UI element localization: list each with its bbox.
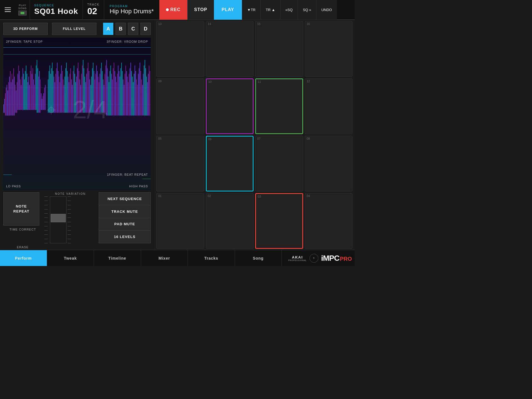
play-song-section: PLAYSONG [16, 0, 30, 20]
svg-rect-46 [40, 79, 40, 112]
svg-rect-64 [57, 63, 58, 113]
svg-rect-37 [32, 68, 33, 110]
tr-down-button[interactable]: ▼TR [242, 0, 260, 20]
pad-04-number: 04 [307, 195, 351, 198]
pad-08[interactable]: 08 [305, 136, 353, 191]
akai-logo: AKAI PROFESSIONAL [288, 255, 306, 261]
full-level-button[interactable]: FULL LEVEL [52, 23, 96, 35]
nav-tracks[interactable]: Tracks [188, 250, 235, 266]
pad-07[interactable]: 07 [255, 136, 303, 191]
pad-02[interactable]: 02 [206, 193, 254, 249]
svg-rect-147 [126, 71, 127, 116]
pad-09[interactable]: 09 [156, 78, 204, 134]
svg-rect-15 [14, 76, 15, 116]
waveform-svg: ⌖ 2/4 [3, 49, 151, 127]
pad-11[interactable]: 11 [255, 78, 303, 134]
svg-rect-158 [135, 71, 136, 116]
svg-rect-47 [41, 93, 42, 110]
pad-05-number: 05 [158, 137, 202, 140]
pad-06[interactable]: 06 [206, 136, 254, 191]
retronyms-label: ® [313, 257, 314, 259]
svg-rect-7 [7, 91, 8, 116]
svg-rect-31 [27, 82, 28, 110]
pro-text: PRO [340, 256, 352, 262]
undo-button[interactable]: UNDO [316, 0, 337, 20]
tick [44, 230, 48, 231]
svg-rect-36 [32, 74, 32, 110]
svg-rect-130 [112, 79, 112, 115]
pad-13-number: 13 [158, 22, 202, 25]
top-controls-row: 3D PERFORM FULL LEVEL A B C D [0, 20, 154, 38]
pad-07-number: 07 [257, 137, 301, 140]
pad-10[interactable]: 10 [206, 78, 254, 134]
svg-rect-4 [5, 93, 6, 116]
rec-label: REC [170, 7, 181, 12]
rec-dot [166, 8, 169, 11]
hamburger-line [5, 11, 11, 12]
svg-rect-155 [133, 82, 134, 115]
transport-buttons: REC STOP PLAY [159, 0, 242, 20]
svg-rect-20 [18, 65, 19, 110]
svg-rect-65 [58, 71, 58, 113]
svg-rect-25 [22, 68, 23, 110]
pad-03-number: 03 [258, 195, 301, 198]
nav-timeline[interactable]: Timeline [94, 250, 141, 266]
tick [44, 196, 48, 197]
pad-group-b-button[interactable]: B [116, 23, 126, 35]
sq-down-button[interactable]: «SQ [280, 0, 298, 20]
play-song-button[interactable] [18, 11, 27, 16]
pad-15[interactable]: 15 [255, 21, 303, 77]
svg-rect-125 [108, 76, 108, 116]
pad-03[interactable]: 03 [255, 193, 303, 249]
svg-rect-76 [67, 71, 68, 113]
wf-label-beat-repeat: 1FINGER: BEAT REPEAT [107, 173, 148, 176]
hamburger-line [5, 9, 11, 10]
sixteen-levels-button[interactable]: 16 LEVELS [99, 230, 151, 243]
note-variation-track[interactable] [50, 196, 66, 243]
pad-14-number: 14 [208, 22, 252, 25]
svg-rect-30 [27, 74, 27, 110]
tick [68, 230, 71, 231]
note-variation-thumb[interactable] [51, 214, 66, 222]
pad-14[interactable]: 14 [206, 21, 254, 77]
wf-line-top [3, 47, 151, 48]
track-mute-button[interactable]: TRACK MUTE [99, 205, 151, 218]
pad-04[interactable]: 04 [305, 193, 353, 249]
rec-button[interactable]: REC [159, 0, 187, 20]
note-repeat-button[interactable]: NOTE REPEAT [3, 192, 39, 226]
pad-group-c-button[interactable]: C [128, 23, 138, 35]
3d-perform-button[interactable]: 3D PERFORM [3, 23, 48, 35]
wf-label-high-pass: HIGH PASS [129, 185, 148, 188]
pad-group-d-button[interactable]: D [140, 23, 151, 35]
pad-16[interactable]: 16 [305, 21, 353, 77]
nav-perform[interactable]: Perform [0, 250, 47, 266]
pad-12[interactable]: 12 [305, 78, 353, 134]
nav-song[interactable]: Song [235, 250, 282, 266]
tick [68, 205, 71, 205]
svg-rect-35 [31, 65, 31, 110]
nav-mixer[interactable]: Mixer [141, 250, 188, 266]
next-sequence-button[interactable]: NEXT SEQUENCE [99, 192, 151, 205]
nav-tweak[interactable]: Tweak [47, 250, 94, 266]
pad-group-a-button[interactable]: A [103, 23, 113, 35]
tr-up-button[interactable]: TR ▲ [260, 0, 280, 20]
svg-rect-162 [139, 68, 139, 116]
pad-10-number: 10 [208, 80, 251, 83]
time-correct-label: TIME CORRECT [3, 228, 42, 231]
stop-button[interactable]: STOP [187, 0, 214, 20]
track-label: TRACK [87, 3, 99, 6]
sq-up-button[interactable]: SQ » [298, 0, 316, 20]
svg-rect-166 [142, 85, 143, 115]
pad-13[interactable]: 13 [156, 21, 204, 77]
svg-rect-68 [60, 74, 61, 113]
wf-lo-pass-line [3, 175, 12, 175]
pad-mute-button[interactable]: PAD MUTE [99, 218, 151, 231]
svg-rect-127 [109, 71, 110, 116]
hamburger-menu[interactable] [0, 0, 16, 20]
pad-01[interactable]: 01 [156, 193, 204, 249]
pad-05[interactable]: 05 [156, 136, 204, 191]
play-button[interactable]: PLAY [214, 0, 242, 20]
right-control-buttons: NEXT SEQUENCE TRACK MUTE PAD MUTE 16 LEV… [99, 192, 151, 243]
svg-rect-3 [4, 99, 5, 113]
svg-rect-52 [45, 85, 46, 110]
